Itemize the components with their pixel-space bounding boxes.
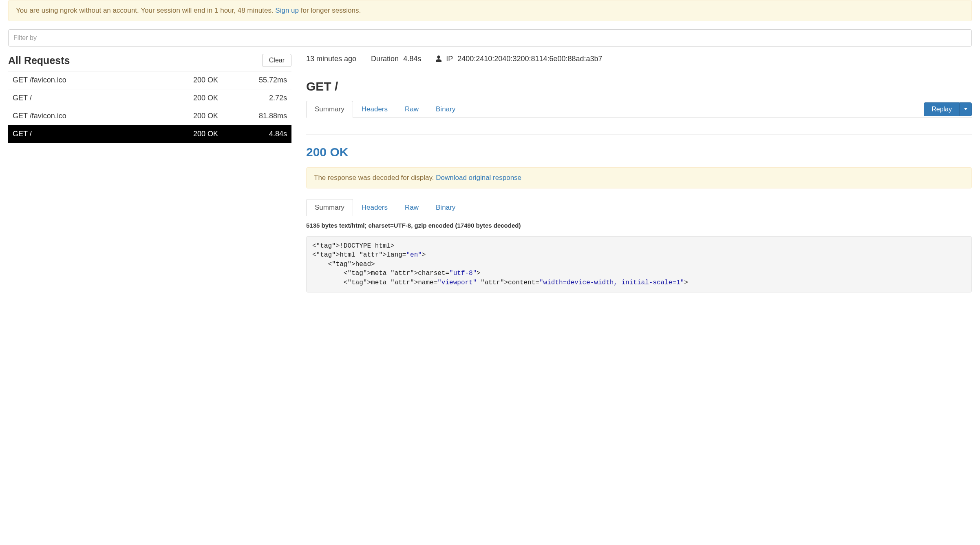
download-original-link[interactable]: Download original response bbox=[436, 174, 521, 182]
request-title: GET / bbox=[306, 80, 972, 93]
request-duration: 55.72ms bbox=[242, 76, 287, 84]
tab-raw[interactable]: Raw bbox=[396, 199, 427, 216]
request-duration: 81.88ms bbox=[242, 112, 287, 120]
request-duration: Duration 4.84s bbox=[371, 55, 421, 63]
request-row[interactable]: GET /200 OK2.72s bbox=[8, 89, 291, 107]
request-status: 200 OK bbox=[193, 76, 242, 84]
chevron-down-icon bbox=[964, 108, 967, 110]
request-method-path: GET /favicon.ico bbox=[13, 112, 193, 120]
request-row[interactable]: GET /200 OK4.84s bbox=[8, 125, 291, 143]
request-duration: 4.84s bbox=[242, 130, 287, 138]
filter-input[interactable] bbox=[8, 29, 972, 47]
tab-binary[interactable]: Binary bbox=[427, 199, 464, 216]
request-status: 200 OK bbox=[193, 112, 242, 120]
clear-button[interactable]: Clear bbox=[262, 54, 291, 67]
replay-button[interactable]: Replay bbox=[924, 102, 960, 116]
request-duration: 2.72s bbox=[242, 94, 287, 102]
replay-dropdown-button[interactable] bbox=[960, 102, 972, 116]
request-row[interactable]: GET /favicon.ico200 OK81.88ms bbox=[8, 107, 291, 125]
request-status: 200 OK bbox=[193, 130, 242, 138]
request-row[interactable]: GET /favicon.ico200 OK55.72ms bbox=[8, 71, 291, 89]
requests-title: All Requests bbox=[8, 55, 70, 66]
tab-raw[interactable]: Raw bbox=[396, 101, 427, 118]
request-method-path: GET /favicon.ico bbox=[13, 76, 193, 84]
replay-button-group: Replay bbox=[924, 102, 972, 116]
request-method-path: GET / bbox=[13, 94, 193, 102]
response-body: <"tag">!DOCTYPE html> <"tag">html "attr"… bbox=[306, 236, 972, 292]
tab-binary[interactable]: Binary bbox=[427, 101, 464, 118]
request-age: 13 minutes ago bbox=[306, 55, 356, 63]
request-method-path: GET / bbox=[13, 130, 193, 138]
tab-headers[interactable]: Headers bbox=[353, 101, 396, 118]
user-icon bbox=[436, 55, 441, 62]
tab-summary[interactable]: Summary bbox=[306, 101, 353, 118]
banner-text-after: for longer sessions. bbox=[299, 7, 361, 14]
tab-headers[interactable]: Headers bbox=[353, 199, 396, 216]
request-status: 200 OK bbox=[193, 94, 242, 102]
signup-link[interactable]: Sign up bbox=[275, 7, 299, 14]
decode-notice: The response was decoded for display. Do… bbox=[306, 167, 972, 188]
session-banner: You are using ngrok without an account. … bbox=[8, 0, 972, 21]
encoding-meta: 5135 bytes text/html; charset=UTF-8, gzi… bbox=[306, 222, 972, 229]
request-ip: IP 2400:2410:2040:3200:8114:6e00:88ad:a3… bbox=[436, 55, 602, 63]
tab-summary[interactable]: Summary bbox=[306, 199, 353, 216]
response-status: 200 OK bbox=[306, 145, 972, 159]
banner-text-before: You are using ngrok without an account. … bbox=[16, 7, 275, 14]
